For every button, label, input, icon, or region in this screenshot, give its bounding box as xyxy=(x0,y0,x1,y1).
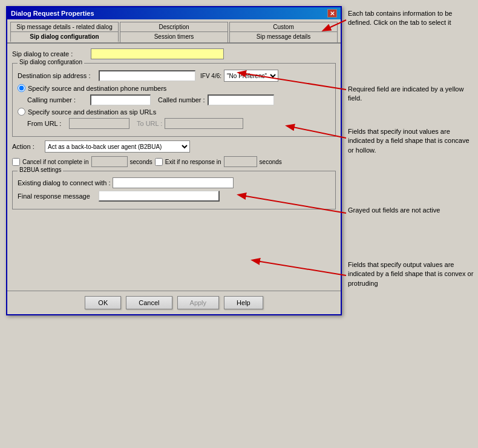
action-row: Action : Act as a back-to-back user agen… xyxy=(12,140,336,153)
radio-phone[interactable] xyxy=(18,84,25,92)
tab-sip-message-related[interactable]: Sip message details - related dialog xyxy=(10,22,119,31)
radio-phone-label: Specify source and destination phone num… xyxy=(28,85,166,92)
final-response-label: Final response message xyxy=(18,193,96,200)
annotation-3: Fields that specify inout values are ind… xyxy=(348,127,475,155)
sip-dialog-config-label: Sip dialog configuration xyxy=(18,59,84,65)
sip-create-row: Sip dialog to create : xyxy=(12,48,336,59)
radio-sip-label: Specify source and destination as sip UR… xyxy=(28,108,156,116)
calling-input[interactable] xyxy=(90,94,151,105)
b2bua-label: B2BUA settings xyxy=(18,166,63,173)
url-row: From URL : To URL : xyxy=(27,118,330,129)
final-response-input[interactable] xyxy=(99,191,220,202)
from-label: From URL : xyxy=(27,120,67,127)
close-button[interactable]: ✕ xyxy=(327,9,337,18)
destination-label: Destination sip address : xyxy=(18,72,96,79)
sip-dialog-config-group: Sip dialog configuration Destination sip… xyxy=(12,63,336,137)
ifv-select[interactable]: "No Preferenc" IPv4 IPv6 xyxy=(224,70,278,82)
apply-button[interactable]: Apply xyxy=(177,296,220,309)
sip-dialog-create-input[interactable] xyxy=(91,48,224,59)
exit-seconds-input[interactable] xyxy=(224,156,257,167)
radio-sip[interactable] xyxy=(18,108,25,116)
destination-input[interactable] xyxy=(99,70,195,81)
dialog-content: Sip dialog to create : Sip dialog config… xyxy=(7,44,341,291)
to-label: To URL : xyxy=(137,120,162,127)
exit-seconds-label: seconds xyxy=(260,159,282,165)
dialog-title: Dialog Request Properties xyxy=(11,10,94,17)
tab-session-timers[interactable]: Session timers xyxy=(120,31,228,42)
tab-description[interactable]: Description xyxy=(120,22,228,31)
existing-dialog-input[interactable] xyxy=(113,177,234,188)
button-row: OK Cancel Apply Help xyxy=(7,291,341,314)
tab-sip-message-details[interactable]: Sip message details xyxy=(229,31,338,42)
exit-label: Exit if no response in xyxy=(165,159,221,165)
spacer xyxy=(12,213,336,286)
calling-label: Calling number : xyxy=(27,96,88,104)
radio-phone-row: Specify source and destination phone num… xyxy=(18,84,330,92)
ok-button[interactable]: OK xyxy=(85,296,121,309)
annotation-2: Required field are indicated by a yellow… xyxy=(348,85,475,104)
cancel-exit-row: Cancel if not complete in seconds Exit i… xyxy=(12,156,336,167)
tab-custom[interactable]: Custom xyxy=(229,22,338,31)
action-label: Action : xyxy=(12,143,42,150)
ifv-label: IFV 4/6: xyxy=(200,73,221,79)
to-input[interactable] xyxy=(165,118,243,129)
final-response-row: Final response message xyxy=(18,191,330,202)
cancel-seconds-label: seconds xyxy=(130,159,152,165)
cancel-seconds-input[interactable] xyxy=(91,156,128,167)
destination-row: Destination sip address : IFV 4/6: "No P… xyxy=(18,70,330,82)
called-label: Called number : xyxy=(158,96,205,104)
sip-dialog-create-label: Sip dialog to create : xyxy=(12,50,91,58)
title-bar: Dialog Request Properties ✕ xyxy=(7,7,341,19)
existing-dialog-row: Existing dialog to connect with : xyxy=(18,177,330,188)
existing-dialog-label: Existing dialog to connect with : xyxy=(18,179,110,186)
radio-sip-row: Specify source and destination as sip UR… xyxy=(18,108,330,116)
b2bua-group: B2BUA settings Existing dialog to connec… xyxy=(12,171,336,209)
cancel-label: Cancel if not complete in xyxy=(22,159,89,165)
help-button[interactable]: Help xyxy=(224,296,263,309)
tab-sip-dialog-config[interactable]: Sip dialog configuration xyxy=(10,31,119,42)
calling-called-row: Calling number : Called number : xyxy=(27,94,330,105)
exit-checkbox[interactable] xyxy=(155,158,163,166)
from-input[interactable] xyxy=(69,118,129,129)
tab-strip: Sip message details - related dialog Des… xyxy=(7,19,341,44)
annotation-1: Each tab contains information to be defi… xyxy=(348,9,475,28)
cancel-checkbox[interactable] xyxy=(12,158,20,166)
dialog-window: Dialog Request Properties ✕ Sip message … xyxy=(6,6,342,315)
called-input[interactable] xyxy=(208,94,274,105)
annotation-4: Grayed out fields are not active xyxy=(348,206,440,215)
action-select[interactable]: Act as a back-to-back user agent (B2BUA) xyxy=(45,140,190,153)
annotation-5: Fields that specify output values are in… xyxy=(348,260,475,288)
cancel-button[interactable]: Cancel xyxy=(126,296,172,309)
